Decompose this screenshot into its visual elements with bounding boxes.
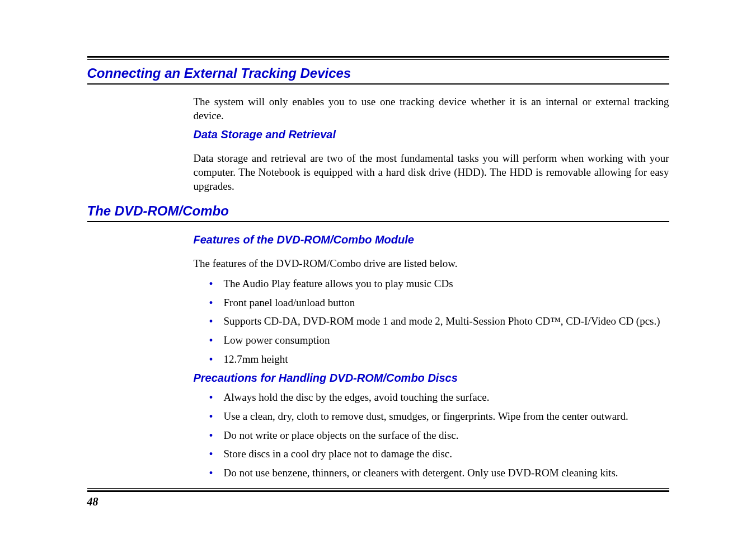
- page-number: 48: [87, 495, 669, 508]
- list-item: Do not write or place objects on the sur…: [209, 428, 669, 443]
- list-item: Low power consumption: [209, 333, 669, 348]
- top-rule: [87, 56, 669, 60]
- section-heading-1: Connecting an External Tracking Devices: [87, 65, 669, 81]
- feature-list: The Audio Play feature allows you to pla…: [194, 277, 669, 366]
- section-heading-2: The DVD-ROM/Combo: [87, 203, 669, 219]
- list-item: Always hold the disc by the edges, avoid…: [209, 390, 669, 405]
- precaution-list: Always hold the disc by the edges, avoid…: [194, 390, 669, 480]
- heading-underline: [87, 83, 669, 85]
- list-item: Use a clean, dry, cloth to remove dust, …: [209, 409, 669, 424]
- list-item: Store discs in a cool dry place not to d…: [209, 447, 669, 461]
- paragraph: The system will only enables you to use …: [194, 95, 669, 123]
- list-item: Front panel load/unload button: [209, 296, 669, 310]
- subsection-heading: Data Storage and Retrieval: [194, 128, 669, 141]
- list-item: Do not use benzene, thinners, or cleaner…: [209, 466, 669, 480]
- paragraph: The features of the DVD-ROM/Combo drive …: [194, 257, 669, 271]
- list-item: Supports CD-DA, DVD-ROM mode 1 and mode …: [209, 314, 669, 329]
- heading-underline: [87, 221, 669, 222]
- subsection-heading: Features of the DVD-ROM/Combo Module: [194, 233, 669, 246]
- document-page: Connecting an External Tracking Devices …: [3, 0, 753, 519]
- bottom-rule: [87, 488, 669, 492]
- paragraph: Data storage and retrieval are two of th…: [194, 152, 669, 193]
- subsection-heading: Precautions for Handling DVD-ROM/Combo D…: [194, 372, 669, 385]
- list-item: The Audio Play feature allows you to pla…: [209, 277, 669, 291]
- list-item: 12.7mm height: [209, 352, 669, 367]
